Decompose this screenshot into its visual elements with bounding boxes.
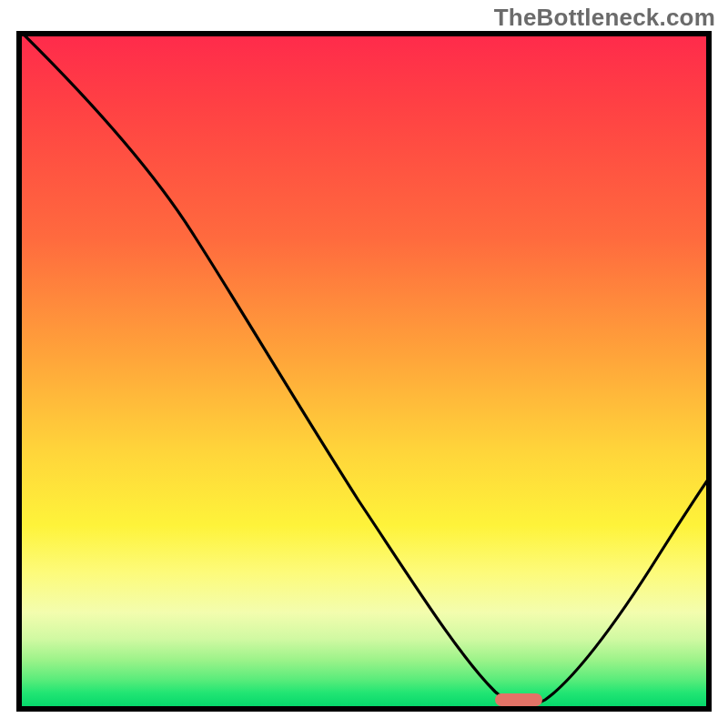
chart-svg xyxy=(22,36,706,706)
watermark: TheBottleneck.com xyxy=(494,4,715,32)
optimal-marker xyxy=(495,693,542,706)
chart-stage: TheBottleneck.com xyxy=(0,0,728,728)
bottleneck-curve xyxy=(22,36,706,705)
plot-frame xyxy=(16,31,712,712)
